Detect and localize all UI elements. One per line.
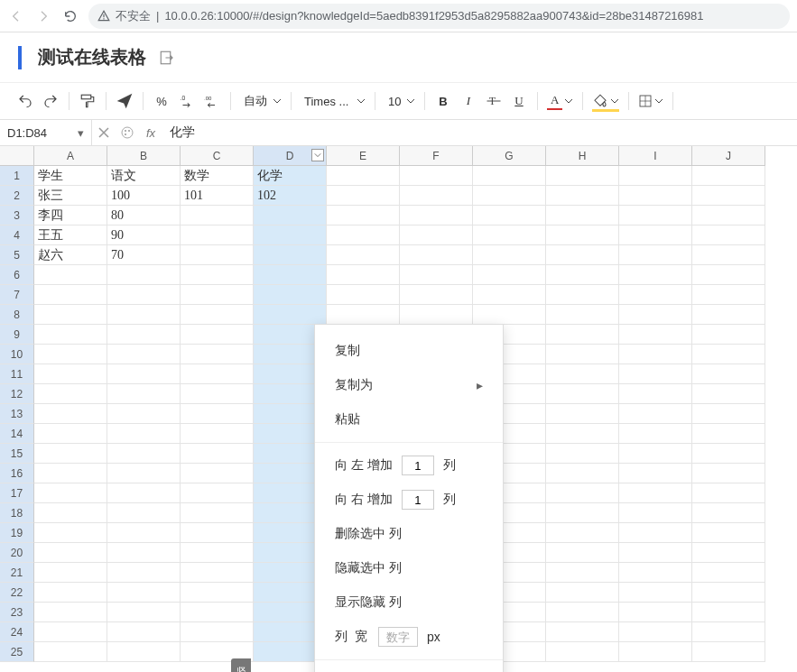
forward-button[interactable]: [34, 7, 52, 25]
cell-C17[interactable]: [181, 483, 254, 503]
cell-G7[interactable]: [473, 285, 546, 305]
cell-D5[interactable]: [254, 245, 327, 265]
column-header-G[interactable]: G: [473, 146, 546, 166]
row-header-21[interactable]: 21: [0, 563, 34, 583]
row-header-17[interactable]: 17: [0, 483, 34, 503]
cell-H9[interactable]: [546, 325, 619, 345]
cell-B16[interactable]: [107, 464, 181, 483]
cell-J5[interactable]: [692, 245, 765, 265]
row-header-3[interactable]: 3: [0, 206, 34, 226]
cell-A9[interactable]: [34, 325, 107, 345]
cell-C8[interactable]: [181, 305, 254, 325]
cell-J11[interactable]: [692, 364, 765, 384]
row-header-23[interactable]: 23: [0, 603, 34, 622]
cell-C18[interactable]: [181, 503, 254, 523]
cell-J24[interactable]: [692, 622, 765, 642]
cell-H15[interactable]: [546, 444, 619, 464]
cell-I17[interactable]: [619, 483, 692, 503]
cell-A8[interactable]: [34, 305, 107, 325]
cell-I3[interactable]: [619, 206, 692, 226]
row-header-11[interactable]: 11: [0, 364, 34, 384]
cell-H1[interactable]: [546, 166, 619, 186]
cell-B23[interactable]: [107, 603, 181, 622]
cell-B13[interactable]: [107, 404, 181, 424]
column-header-I[interactable]: I: [619, 146, 692, 166]
cell-H22[interactable]: [546, 583, 619, 603]
cell-J22[interactable]: [692, 583, 765, 603]
cell-C24[interactable]: [181, 622, 254, 642]
bold-button[interactable]: B: [431, 88, 456, 114]
cell-J14[interactable]: [692, 424, 765, 444]
cell-I18[interactable]: [619, 503, 692, 523]
cell-I1[interactable]: [619, 166, 692, 186]
cell-I15[interactable]: [619, 444, 692, 464]
cell-B11[interactable]: [107, 364, 181, 384]
cell-A21[interactable]: [34, 563, 107, 583]
cell-E3[interactable]: [327, 206, 400, 226]
cell-D6[interactable]: [254, 265, 327, 285]
cell-G5[interactable]: [473, 245, 546, 265]
increase-decimal-button[interactable]: .00: [199, 88, 225, 114]
cell-I2[interactable]: [619, 186, 692, 206]
insert-right-count-input[interactable]: [402, 490, 434, 510]
cell-C9[interactable]: [181, 325, 254, 345]
row-header-7[interactable]: 7: [0, 285, 34, 305]
cell-C11[interactable]: [181, 364, 254, 384]
cell-J25[interactable]: [692, 642, 765, 662]
font-family-dropdown[interactable]: Times ...: [297, 88, 369, 114]
ctx-hide-selected[interactable]: 隐藏选中 列: [315, 551, 503, 585]
cell-B24[interactable]: [107, 622, 181, 642]
cell-E2[interactable]: [327, 186, 400, 206]
cell-G4[interactable]: [473, 226, 546, 245]
row-header-12[interactable]: 12: [0, 384, 34, 404]
cell-B18[interactable]: [107, 503, 181, 523]
cell-B14[interactable]: [107, 424, 181, 444]
row-header-25[interactable]: 25: [0, 642, 34, 662]
cell-C3[interactable]: [181, 206, 254, 226]
column-header-A[interactable]: A: [34, 146, 107, 166]
cell-B7[interactable]: [107, 285, 181, 305]
cell-J15[interactable]: [692, 444, 765, 464]
cell-J13[interactable]: [692, 404, 765, 424]
cell-B1[interactable]: 语文: [107, 166, 181, 186]
cell-H18[interactable]: [546, 503, 619, 523]
cell-I21[interactable]: [619, 563, 692, 583]
address-bar[interactable]: 不安全 | 10.0.0.26:10000/#/design?knowledge…: [88, 4, 790, 29]
cell-H16[interactable]: [546, 464, 619, 483]
cell-A24[interactable]: [34, 622, 107, 642]
cell-B3[interactable]: 80: [107, 206, 181, 226]
row-header-15[interactable]: 15: [0, 444, 34, 464]
column-header-J[interactable]: J: [692, 146, 765, 166]
name-box[interactable]: D1:D84 ▾: [0, 120, 92, 145]
cell-J10[interactable]: [692, 345, 765, 364]
cell-H5[interactable]: [546, 245, 619, 265]
row-header-14[interactable]: 14: [0, 424, 34, 444]
cell-I14[interactable]: [619, 424, 692, 444]
cell-D1[interactable]: 化学: [254, 166, 327, 186]
fill-color-button[interactable]: [588, 88, 623, 114]
row-header-2[interactable]: 2: [0, 186, 34, 206]
cell-I8[interactable]: [619, 305, 692, 325]
cell-H17[interactable]: [546, 483, 619, 503]
cell-H7[interactable]: [546, 285, 619, 305]
row-header-20[interactable]: 20: [0, 543, 34, 563]
cell-B19[interactable]: [107, 523, 181, 543]
row-header-6[interactable]: 6: [0, 265, 34, 285]
cell-H3[interactable]: [546, 206, 619, 226]
cell-H8[interactable]: [546, 305, 619, 325]
ctx-insert-left[interactable]: 向 左 增加 列: [315, 448, 503, 483]
cell-I22[interactable]: [619, 583, 692, 603]
cell-C12[interactable]: [181, 384, 254, 404]
cell-A7[interactable]: [34, 285, 107, 305]
number-format-dropdown[interactable]: 自动: [236, 88, 285, 114]
cell-H19[interactable]: [546, 523, 619, 543]
strikethrough-button[interactable]: T: [481, 88, 506, 114]
cell-J7[interactable]: [692, 285, 765, 305]
cell-E5[interactable]: [327, 245, 400, 265]
cell-A17[interactable]: [34, 483, 107, 503]
cell-I11[interactable]: [619, 364, 692, 384]
cell-A19[interactable]: [34, 523, 107, 543]
cell-E8[interactable]: [327, 305, 400, 325]
cell-A18[interactable]: [34, 503, 107, 523]
cell-I5[interactable]: [619, 245, 692, 265]
